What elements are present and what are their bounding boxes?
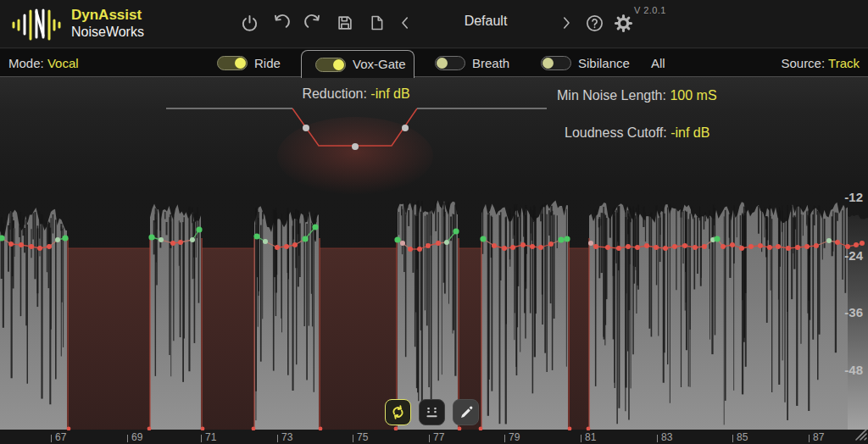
gate-node[interactable] [520,242,526,247]
gate-node[interactable] [178,240,183,245]
gate-node[interactable] [453,228,459,234]
sibilance-toggle[interactable] [541,56,571,70]
gate-node[interactable] [558,236,564,242]
undo-button[interactable] [266,7,295,39]
gate-node[interactable] [626,244,631,249]
help-button[interactable] [580,7,609,39]
gate-node[interactable] [693,245,698,250]
gate-node[interactable] [730,242,735,247]
gate-node[interactable] [312,224,318,230]
save-button[interactable] [331,7,359,39]
gate-node[interactable] [275,245,280,250]
gate-node[interactable] [860,241,865,246]
gate-node[interactable] [148,234,154,240]
gate-node[interactable] [786,246,791,251]
gate-node[interactable] [616,246,621,251]
breath-toggle[interactable] [435,56,465,70]
gate-node[interactable] [159,237,164,242]
tab-vox-gate[interactable]: Vox-Gate [301,50,415,78]
gate-node[interactable] [480,236,486,241]
gate-node[interactable] [196,226,202,232]
timeline-ruler[interactable]: 6769717375777981838587 [0,430,868,444]
new-file-button[interactable] [362,7,391,39]
gate-node[interactable] [190,237,195,242]
vox-gate-toggle[interactable] [315,58,346,72]
gate-node[interactable] [702,244,707,249]
gate-node[interactable] [37,246,42,251]
gate-node[interactable] [530,244,535,249]
gate-node[interactable] [605,245,610,250]
gate-node[interactable] [436,241,441,246]
min-noise-readout[interactable]: Min Noise Length: 100 mS [557,88,717,103]
gate-node[interactable] [721,244,726,249]
preset-name[interactable]: Default [431,8,541,34]
gate-node[interactable] [548,241,554,247]
prev-preset-button[interactable] [391,7,420,39]
gate-node[interactable] [814,243,819,248]
gate-node[interactable] [835,240,840,245]
gate-curve[interactable] [166,108,547,195]
pencil-edit-button[interactable] [453,399,479,425]
gate-node[interactable] [672,244,677,249]
gate-node[interactable] [170,241,175,246]
gate-node[interactable] [444,240,449,245]
gate-node[interactable] [62,235,68,241]
next-preset-button[interactable] [552,7,581,39]
power-button[interactable] [235,7,264,39]
gate-node[interactable] [758,243,763,248]
auto-recalc-button[interactable] [385,399,411,425]
gate-node[interactable] [748,244,754,249]
gate-node[interactable] [826,238,832,243]
ride-toggle[interactable] [217,56,248,70]
gate-node[interactable] [29,244,34,249]
gate-node[interactable] [739,246,744,251]
gate-node[interactable] [292,242,298,247]
gate-node[interactable] [510,245,515,250]
gate-node[interactable] [253,233,259,239]
tool-button-row [385,399,479,425]
breath-label[interactable]: Breath [472,49,509,77]
gate-node[interactable] [502,246,507,251]
tab-all[interactable]: All [651,49,665,77]
gate-node[interactable] [19,242,24,247]
redo-button[interactable] [298,7,327,39]
gate-node[interactable] [408,247,413,252]
gate-node[interactable] [263,239,268,244]
gate-node[interactable] [426,243,431,248]
gate-node[interactable] [302,236,308,241]
gate-node[interactable] [682,243,687,248]
gate-node[interactable] [854,242,859,247]
gate-node[interactable] [635,245,640,250]
gate-node[interactable] [538,245,543,250]
loudness-cutoff-readout[interactable]: Loudness Cutoff: -inf dB [565,125,709,141]
gate-node[interactable] [654,245,659,250]
waveform-display[interactable]: -12-24-36-48 [0,77,868,444]
settings-button[interactable] [609,7,637,39]
gate-node[interactable] [417,247,422,252]
curve-handle[interactable] [402,125,409,131]
waveform-segment [848,215,868,430]
resize-grip[interactable] [853,426,867,444]
gate-node[interactable] [400,241,405,246]
gate-node[interactable] [804,244,810,249]
face-detect-button[interactable] [419,399,445,425]
gate-node[interactable] [47,244,52,249]
gate-node[interactable] [644,243,649,248]
gate-node[interactable] [394,236,400,242]
gate-node[interactable] [767,245,772,250]
gate-node[interactable] [663,246,668,251]
gate-node[interactable] [776,244,781,249]
gate-node[interactable] [8,241,14,247]
gate-node[interactable] [795,245,800,250]
gate-node[interactable] [564,236,570,241]
gate-node[interactable] [492,243,497,248]
gate-node[interactable] [284,244,289,249]
sibilance-label[interactable]: Sibilance [578,49,630,77]
gate-node[interactable] [55,237,60,242]
ride-label[interactable]: Ride [254,49,281,77]
gate-node[interactable] [588,241,593,246]
gate-node[interactable] [593,244,598,249]
gate-node[interactable] [714,236,720,241]
curve-handle[interactable] [303,125,309,131]
curve-handle[interactable] [352,143,359,150]
